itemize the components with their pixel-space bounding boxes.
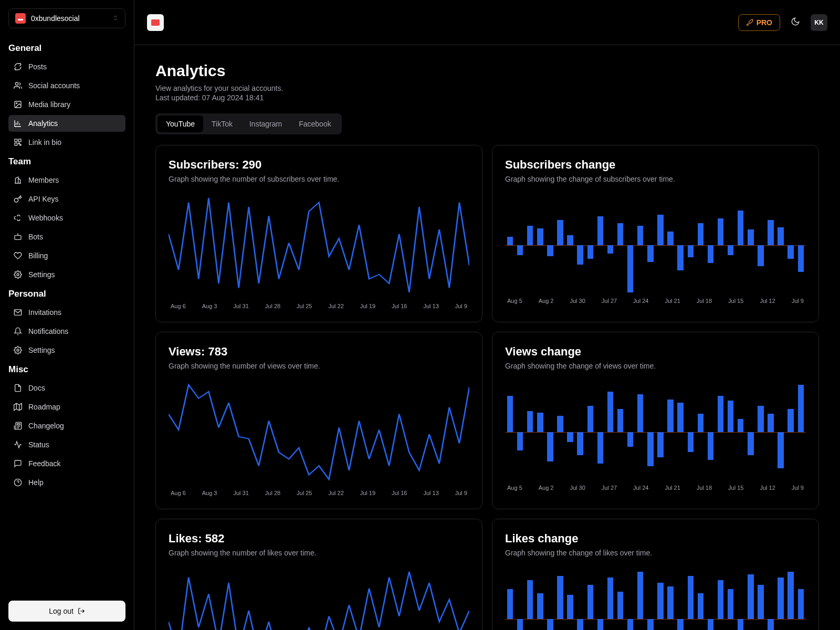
sidebar-item-feedback[interactable]: Feedback	[8, 455, 125, 472]
bar	[755, 193, 765, 298]
bar	[535, 193, 545, 298]
card-views-change: Views change Graph showing the change of…	[492, 332, 819, 509]
tabs: YouTubeTikTokInstagramFacebook	[155, 113, 342, 134]
bar	[555, 566, 565, 630]
card-subtitle: Graph showing the number of likes over t…	[169, 549, 469, 557]
sidebar-item-roadmap[interactable]: Roadmap	[8, 398, 125, 415]
sidebar-item-help[interactable]: Help	[8, 474, 125, 491]
bar	[605, 380, 615, 485]
section-title: Team	[8, 156, 125, 167]
bar	[525, 380, 535, 485]
card-title: Likes: 582	[169, 532, 469, 545]
sidebar-item-media-library[interactable]: Media library	[8, 96, 125, 113]
bar	[765, 566, 775, 630]
bar	[686, 193, 696, 298]
building-icon	[14, 176, 22, 184]
line-chart	[169, 380, 469, 485]
bar	[726, 193, 736, 298]
bar	[635, 193, 645, 298]
user-avatar[interactable]: KK	[811, 14, 827, 31]
workspace-icon: ▬	[15, 13, 26, 24]
section-title: General	[8, 43, 125, 54]
bar	[786, 380, 796, 485]
bar	[736, 566, 746, 630]
sidebar-item-social-accounts[interactable]: Social accounts	[8, 77, 125, 94]
bot-icon	[14, 233, 22, 241]
bar	[525, 566, 535, 630]
sidebar-item-changelog[interactable]: Changelog	[8, 417, 125, 434]
tab-instagram[interactable]: Instagram	[241, 116, 290, 132]
bar	[696, 566, 706, 630]
bar	[605, 566, 615, 630]
qr-icon	[14, 138, 22, 146]
card-title: Views: 783	[169, 345, 469, 359]
bar	[525, 193, 535, 298]
bar	[595, 566, 605, 630]
bar	[645, 193, 655, 298]
line-chart	[169, 193, 469, 298]
card-subtitle: Graph showing the change of subscribers …	[505, 175, 806, 183]
sidebar-item-label: Settings	[28, 346, 55, 354]
bar	[655, 566, 665, 630]
tab-facebook[interactable]: Facebook	[290, 116, 339, 132]
x-axis: Aug 6Aug 3Jul 31Jul 28Jul 25Jul 22Jul 19…	[169, 303, 469, 309]
bar	[736, 380, 746, 485]
sidebar-item-settings[interactable]: Settings	[8, 266, 125, 283]
bar	[505, 566, 515, 630]
sidebar-item-label: Link in bio	[28, 138, 61, 146]
heart-icon	[14, 251, 22, 260]
sidebar-item-api-keys[interactable]: API Keys	[8, 191, 125, 207]
sidebar-item-analytics[interactable]: Analytics	[8, 115, 125, 132]
sidebar-item-invitations[interactable]: Invitations	[8, 304, 125, 321]
sidebar-item-posts[interactable]: Posts	[8, 58, 125, 75]
workspace-name: 0xbundlesocial	[31, 14, 107, 23]
sidebar-item-status[interactable]: Status	[8, 436, 125, 453]
bar	[645, 566, 655, 630]
svg-rect-3	[18, 139, 21, 142]
sidebar-item-webhooks[interactable]: Webhooks	[8, 209, 125, 226]
moon-icon	[791, 17, 800, 26]
mail-icon	[14, 308, 22, 317]
x-axis: Aug 5Aug 2Jul 30Jul 27Jul 24Jul 21Jul 18…	[505, 485, 806, 491]
bar	[666, 380, 676, 485]
bar-chart	[505, 566, 806, 630]
logout-button[interactable]: Log out	[8, 601, 125, 622]
sidebar-item-billing[interactable]: Billing	[8, 247, 125, 264]
sidebar-item-label: Help	[28, 478, 44, 487]
bar	[545, 380, 555, 485]
tab-youtube[interactable]: YouTube	[158, 116, 203, 132]
bar	[515, 193, 525, 298]
bar	[595, 193, 605, 298]
svg-rect-5	[18, 143, 19, 144]
workspace-selector[interactable]: ▬ 0xbundlesocial	[8, 8, 125, 28]
sidebar-item-members[interactable]: Members	[8, 172, 125, 188]
app-logo[interactable]	[147, 14, 164, 31]
users-icon	[14, 81, 22, 90]
bar	[585, 566, 595, 630]
card-title: Subscribers change	[505, 158, 806, 172]
line-chart	[169, 566, 469, 630]
sidebar-item-label: Docs	[28, 384, 45, 392]
image-icon	[14, 100, 22, 109]
page-updated: Last updated: 07 Aug 2024 18:41	[155, 93, 819, 102]
theme-toggle[interactable]	[786, 13, 804, 32]
section-title: Personal	[8, 289, 125, 299]
bar	[706, 380, 716, 485]
help-icon	[14, 478, 22, 487]
bar	[726, 380, 736, 485]
sidebar-item-bots[interactable]: Bots	[8, 228, 125, 245]
sidebar-item-docs[interactable]: Docs	[8, 380, 125, 396]
card-title: Likes change	[505, 532, 806, 545]
sidebar-item-settings[interactable]: Settings	[8, 342, 125, 359]
bar	[565, 566, 575, 630]
bar	[585, 193, 595, 298]
bar	[515, 380, 525, 485]
sidebar-item-link-in-bio[interactable]: Link in bio	[8, 134, 125, 151]
page-title: Analytics	[155, 62, 819, 80]
map-icon	[14, 403, 22, 411]
sidebar-item-notifications[interactable]: Notifications	[8, 323, 125, 340]
bar	[765, 193, 775, 298]
bar	[706, 566, 716, 630]
tab-tiktok[interactable]: TikTok	[203, 116, 241, 132]
pro-badge[interactable]: PRO	[738, 14, 780, 31]
